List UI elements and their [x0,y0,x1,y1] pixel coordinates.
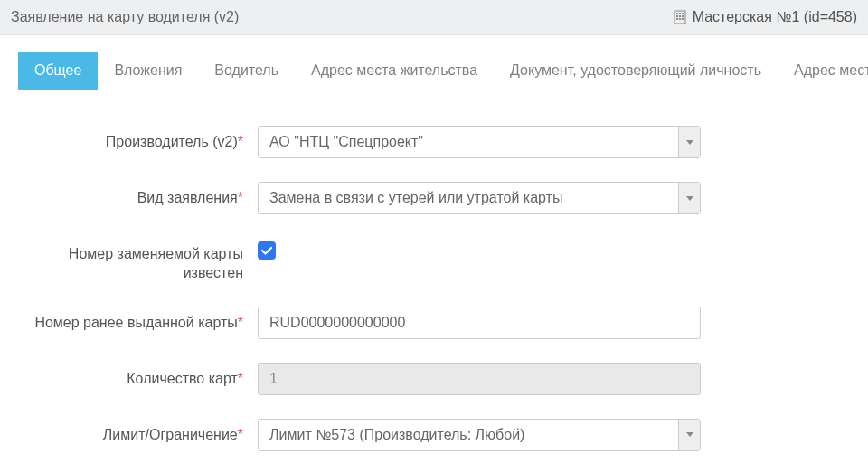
chevron-down-icon [678,420,700,450]
field-application-type: Вид заявления* Замена в связи с утерей и… [18,182,850,214]
manufacturer-label: Производитель (v2)* [18,126,258,152]
building-icon [673,10,687,24]
field-limit: Лимит/Ограничение* Лимит №573 (Производи… [18,419,850,451]
previous-card-number-label: Номер ранее выданной карты* [18,307,258,333]
manufacturer-select[interactable]: АО "НТЦ "Спецпроект" [258,126,701,158]
required-asterisk: * [238,315,243,330]
field-replaced-card-known: Номер заменяемой карты известен [18,238,850,283]
card-quantity-label: Количество карт* [18,363,258,389]
manufacturer-value: АО "НТЦ "Спецпроект" [269,134,423,149]
svg-rect-8 [679,18,681,20]
chevron-down-icon [678,183,700,213]
application-type-select[interactable]: Замена в связи с утерей или утратой карт… [258,182,701,214]
svg-rect-2 [679,13,681,14]
svg-rect-6 [682,15,684,17]
required-asterisk: * [238,427,243,442]
svg-rect-7 [676,18,678,20]
form-general: Производитель (v2)* АО "НТЦ "Спецпроект"… [0,90,868,473]
chevron-down-icon [678,127,700,157]
workshop-info: Мастерская №1 (id=458) [673,9,857,25]
card-quantity-input [258,363,701,395]
previous-card-number-input[interactable] [258,307,701,339]
tabs-nav: Общее Вложения Водитель Адрес места жите… [0,35,868,90]
limit-value: Лимит №573 (Производитель: Любой) [269,427,524,442]
field-card-quantity: Количество карт* [18,363,850,395]
tab-driver[interactable]: Водитель [198,52,295,90]
required-asterisk: * [238,190,243,205]
tab-residence-address[interactable]: Адрес места жительства [295,52,494,90]
svg-rect-3 [682,13,684,14]
tab-attachments[interactable]: Вложения [98,52,198,90]
check-icon [260,244,273,257]
replaced-card-known-checkbox[interactable] [258,241,276,260]
svg-rect-5 [679,15,681,17]
required-asterisk: * [238,134,243,149]
application-type-label: Вид заявления* [18,182,258,208]
limit-label: Лимит/Ограничение* [18,419,258,445]
workshop-label: Мастерская №1 (id=458) [693,9,857,25]
tab-general[interactable]: Общее [18,52,98,90]
application-type-value: Замена в связи с утерей или утратой карт… [269,190,562,205]
svg-rect-9 [682,18,684,20]
page-header: Заявление на карту водителя (v2) Мастерс… [0,0,868,35]
page-title: Заявление на карту водителя (v2) [11,9,239,25]
limit-select[interactable]: Лимит №573 (Производитель: Любой) [258,419,701,451]
svg-rect-4 [676,15,678,17]
tab-identity-document[interactable]: Документ, удостоверяющий личность [494,52,778,90]
svg-rect-1 [676,13,678,14]
field-manufacturer: Производитель (v2)* АО "НТЦ "Спецпроект" [18,126,850,158]
tab-registration-address[interactable]: Адрес места регистрации [778,52,868,90]
required-asterisk: * [238,371,243,386]
replaced-card-known-label: Номер заменяемой карты известен [18,238,258,283]
field-previous-card-number: Номер ранее выданной карты* [18,307,850,339]
